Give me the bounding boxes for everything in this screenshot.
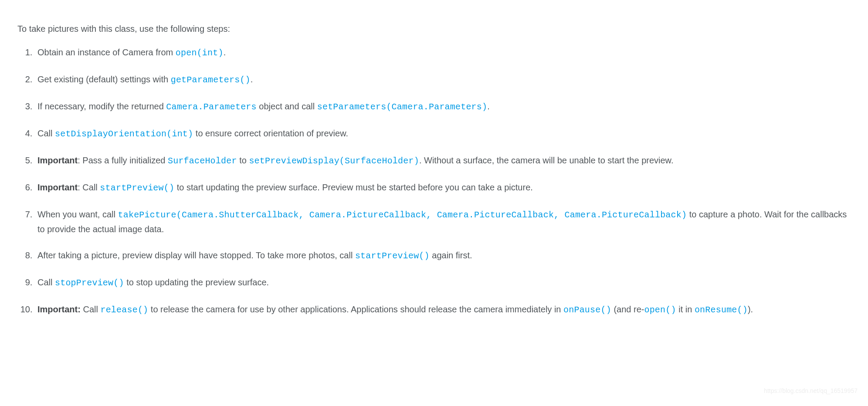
code-link-startpreview[interactable]: startPreview() (100, 183, 174, 193)
step-text: : Pass a fully initialized (78, 156, 168, 165)
step-4: Call setDisplayOrientation(int) to ensur… (35, 126, 851, 141)
step-text: Obtain an instance of Camera from (37, 47, 176, 57)
code-link-stoppreview[interactable]: stopPreview() (55, 278, 124, 288)
step-text: . (224, 47, 226, 57)
step-6: Important: Call startPreview() to start … (35, 180, 851, 195)
code-link-open-int[interactable]: open(int) (176, 48, 224, 58)
code-link-camera-parameters[interactable]: Camera.Parameters (166, 102, 256, 112)
step-text: Call (37, 277, 55, 287)
step-text: : Call (78, 183, 100, 192)
step-text: to (237, 156, 249, 165)
step-text: . (487, 102, 490, 111)
code-link-onresume[interactable]: onResume() (695, 305, 748, 315)
step-text: Get existing (default) settings with (37, 74, 171, 84)
step-8: After taking a picture, preview display … (35, 248, 851, 263)
step-10: Important: Call release() to release the… (35, 302, 851, 317)
step-text: again first. (430, 250, 472, 260)
step-9: Call stopPreview() to stop updating the … (35, 275, 851, 290)
important-label: Important (37, 156, 78, 165)
code-link-onpause[interactable]: onPause() (563, 305, 611, 315)
step-text: to release the camera for use by other a… (148, 304, 563, 314)
code-link-surfaceholder[interactable]: SurfaceHolder (168, 156, 237, 166)
code-link-takepicture[interactable]: takePicture(Camera.ShutterCallback, Came… (118, 210, 687, 220)
code-link-setparameters[interactable]: setParameters(Camera.Parameters) (317, 102, 487, 112)
important-label: Important: (37, 304, 81, 314)
step-text: Call (81, 304, 101, 314)
step-text: it in (676, 304, 695, 314)
step-1: Obtain an instance of Camera from open(i… (35, 45, 851, 60)
step-text: to stop updating the preview surface. (124, 277, 269, 287)
steps-list: Obtain an instance of Camera from open(i… (17, 45, 851, 317)
step-text: (and re- (611, 304, 644, 314)
step-text: ). (748, 304, 753, 314)
step-2: Get existing (default) settings with get… (35, 72, 851, 87)
step-text: After taking a picture, preview display … (37, 250, 355, 260)
code-link-setpreviewdisplay[interactable]: setPreviewDisplay(SurfaceHolder) (249, 156, 419, 166)
step-text: Call (37, 129, 55, 138)
step-text: When you want, call (37, 210, 118, 219)
step-text: If necessary, modify the returned (37, 102, 166, 111)
step-3: If necessary, modify the returned Camera… (35, 99, 851, 114)
step-5: Important: Pass a fully initialized Surf… (35, 153, 851, 168)
code-link-setdisplayorientation[interactable]: setDisplayOrientation(int) (55, 129, 193, 139)
step-text: . Without a surface, the camera will be … (419, 156, 674, 165)
step-text: to ensure correct orientation of preview… (193, 129, 348, 138)
intro-text: To take pictures with this class, use th… (17, 22, 851, 36)
code-link-startpreview2[interactable]: startPreview() (355, 251, 430, 261)
important-label: Important (37, 183, 78, 192)
step-text: to start updating the preview surface. P… (174, 183, 533, 192)
code-link-open[interactable]: open() (644, 305, 676, 315)
code-link-getparameters[interactable]: getParameters() (171, 75, 251, 85)
step-7: When you want, call takePicture(Camera.S… (35, 207, 851, 236)
step-text: object and call (257, 102, 317, 111)
step-text: . (251, 74, 253, 84)
code-link-release[interactable]: release() (100, 305, 148, 315)
